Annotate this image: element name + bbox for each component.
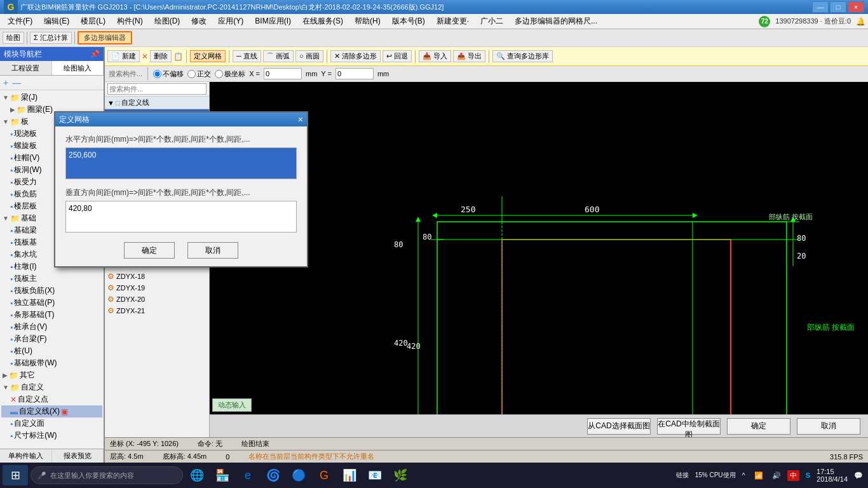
undo-button[interactable]: ↩ 回退	[383, 50, 412, 62]
menu-edit[interactable]: 编辑(E)	[39, 15, 74, 28]
tree-item-strip-found[interactable]: ▪ 条形基础(T)	[1, 309, 102, 321]
taskbar-app-extra1[interactable]: 📧	[363, 465, 386, 485]
menu-help[interactable]: 帮助(H)	[349, 15, 386, 28]
menu-floor[interactable]: 楼层(L)	[76, 15, 111, 28]
bell-icon[interactable]: 🔔	[856, 17, 865, 26]
minimize-button[interactable]: —	[812, 1, 829, 13]
tab-single-component[interactable]: 单构件输入	[0, 449, 52, 463]
tree-item-pile[interactable]: ▪ 桩(U)	[1, 345, 102, 357]
radio-no-offset-input[interactable]	[153, 70, 161, 78]
tab-engineering-settings[interactable]: 工程设置	[0, 61, 52, 75]
menu-file[interactable]: 文件(F)	[3, 15, 37, 28]
dialog-ok-button[interactable]: 确定	[124, 242, 175, 259]
sum-calc-button[interactable]: Σ 汇总计算	[30, 32, 72, 44]
menu-bim[interactable]: BIM应用(I)	[250, 15, 296, 28]
circle-button[interactable]: ○ 画圆	[295, 50, 323, 62]
taskbar-app-gk[interactable]: 📊	[338, 465, 361, 485]
start-button[interactable]: ⊞	[3, 465, 28, 485]
radio-orthogonal-input[interactable]	[187, 70, 196, 78]
tray-notification[interactable]: 💬	[851, 470, 865, 481]
clear-poly-button[interactable]: ✕ 清除多边形	[330, 50, 381, 62]
tray-network-icon[interactable]: 📶	[752, 470, 766, 481]
new-button[interactable]: 📄 新建	[107, 50, 140, 62]
taskbar-app-ie-blue[interactable]: 🔵	[287, 465, 310, 485]
tab-report-preview[interactable]: 报表预览	[52, 449, 104, 463]
dynamic-input-button[interactable]: 动态输入	[212, 398, 252, 412]
canvas-svg-wrapper[interactable]: 250 600 80	[210, 82, 868, 414]
arc-button[interactable]: ⌒ 画弧	[263, 50, 294, 62]
radio-polar-input[interactable]	[215, 70, 223, 78]
dialog-close-button[interactable]: ×	[298, 114, 303, 125]
taskbar-app-store[interactable]: 🏪	[211, 465, 234, 485]
radio-orthogonal[interactable]: 正交	[187, 69, 211, 79]
query-poly-lib-button[interactable]: 🔍 查询多边形库	[492, 50, 553, 62]
draw-button[interactable]: 绘图	[3, 32, 24, 44]
import-button[interactable]: 📥 导入	[419, 50, 451, 62]
poly-list-item-zdyx19[interactable]: ⚙ ZDYX-19	[105, 282, 209, 294]
tree-item-custom[interactable]: ▼ 📁 自定义	[1, 381, 102, 393]
taskbar-app-gdlc[interactable]: G	[313, 465, 336, 485]
tree-item-custom-face[interactable]: ▪ 自定义面	[1, 417, 102, 430]
line-button[interactable]: ─ 直线	[233, 50, 261, 62]
tray-input-method[interactable]: 中	[787, 470, 799, 481]
define-grid-button[interactable]: 定义网格	[190, 50, 226, 62]
close-button[interactable]: ×	[848, 1, 864, 13]
right-label: 部纵筋 按截面	[807, 323, 855, 332]
dialog-titlebar[interactable]: 定义网格 ×	[55, 112, 307, 126]
tree-item-raft-main[interactable]: ▪ 筏板主	[1, 273, 102, 285]
poly-editor-button[interactable]: 多边形编辑器	[78, 31, 132, 44]
cad-ok-button[interactable]: 确定	[727, 418, 790, 435]
tree-item-cap-beam[interactable]: ▪ 承台梁(F)	[1, 333, 102, 345]
taskbar-app-ie[interactable]: 🌐	[186, 465, 208, 485]
tree-item-isolated-found[interactable]: ▪ 独立基础(P)	[1, 297, 102, 309]
menu-apply[interactable]: 应用(Y)	[213, 15, 248, 28]
poly-tree-root[interactable]: ▼ □ 自定义线	[105, 97, 209, 109]
menu-version[interactable]: 版本号(B)	[387, 15, 430, 28]
taskbar-app-ie-old[interactable]: 🌀	[262, 465, 285, 485]
tree-item-custom-point[interactable]: ✕ 自定义点	[1, 393, 102, 405]
tray-expand-icon[interactable]: ^	[740, 470, 748, 480]
maximize-button[interactable]: □	[830, 1, 846, 13]
tab-drawing-input[interactable]: 绘图输入	[52, 61, 104, 75]
poly-list-item-zdyx18[interactable]: ⚙ ZDYX-18	[105, 271, 209, 282]
delete-button[interactable]: 删除	[150, 50, 172, 62]
menu-modify[interactable]: 修改	[186, 15, 212, 28]
tree-item-dim-annotation[interactable]: ▪ 尺寸标注(W)	[1, 430, 102, 442]
menu-draw[interactable]: 绘图(D)	[149, 15, 186, 28]
taskbar-search[interactable]: 🎤 在这里输入你要搜索的内容	[31, 466, 183, 484]
menu-online[interactable]: 在线服务(S)	[297, 15, 348, 28]
vertical-input[interactable]: 420,80	[65, 201, 297, 233]
add-icon[interactable]: +	[1, 77, 10, 88]
tray-connection[interactable]: 链接	[674, 470, 691, 481]
tree-label: 板负筋	[14, 189, 37, 200]
dialog-cancel-button[interactable]: 取消	[187, 242, 238, 259]
tree-item-found-band[interactable]: ▪ 基础板带(W)	[1, 357, 102, 369]
taskbar-app-edge[interactable]: e	[236, 465, 259, 485]
horizontal-input[interactable]: 250,600	[65, 147, 297, 179]
radio-no-offset[interactable]: 不偏移	[153, 69, 184, 79]
tree-item-other[interactable]: ▶ 📁 其它	[1, 369, 102, 381]
y-input[interactable]	[336, 68, 374, 79]
sidebar-pin-icon[interactable]: 📌	[90, 50, 100, 58]
poly-list-item-zdyx21[interactable]: ⚙ ZDYX-21	[105, 305, 209, 316]
menu-assistant[interactable]: 广小二	[475, 15, 508, 28]
cad-cancel-button[interactable]: 取消	[797, 418, 860, 435]
tray-sound-icon[interactable]: 🔊	[770, 470, 783, 481]
draw-in-cad-button[interactable]: 在CAD中绘制截面图	[657, 418, 721, 435]
radio-polar[interactable]: 极坐标	[215, 69, 245, 79]
minus-icon[interactable]: —	[10, 77, 23, 88]
tree-item-raft-neg[interactable]: ▪ 筏板负筋(X)	[1, 285, 102, 297]
poly-search-input[interactable]	[107, 83, 207, 95]
x-input[interactable]	[264, 68, 302, 79]
tree-item-pile-cap[interactable]: ▪ 桩承台(V)	[1, 321, 102, 333]
poly-list-item-zdyx20[interactable]: ⚙ ZDYX-20	[105, 294, 209, 305]
menu-new-change[interactable]: 新建变更·	[431, 15, 474, 28]
menu-polygon-editor[interactable]: 多边形编辑器的网格尺...	[510, 15, 602, 28]
tray-sogou[interactable]: S	[803, 470, 813, 480]
from-cad-button[interactable]: 从CAD选择截面图	[587, 418, 651, 435]
tree-item-beam[interactable]: ▼ 📁 梁(J)	[1, 92, 102, 104]
export-button[interactable]: 📤 导出	[453, 50, 485, 62]
taskbar-app-extra2[interactable]: 🌿	[389, 465, 412, 485]
menu-component[interactable]: 构件(N)	[112, 15, 148, 28]
tree-item-custom-line[interactable]: ▬ 自定义线(X) ▣	[1, 405, 102, 417]
